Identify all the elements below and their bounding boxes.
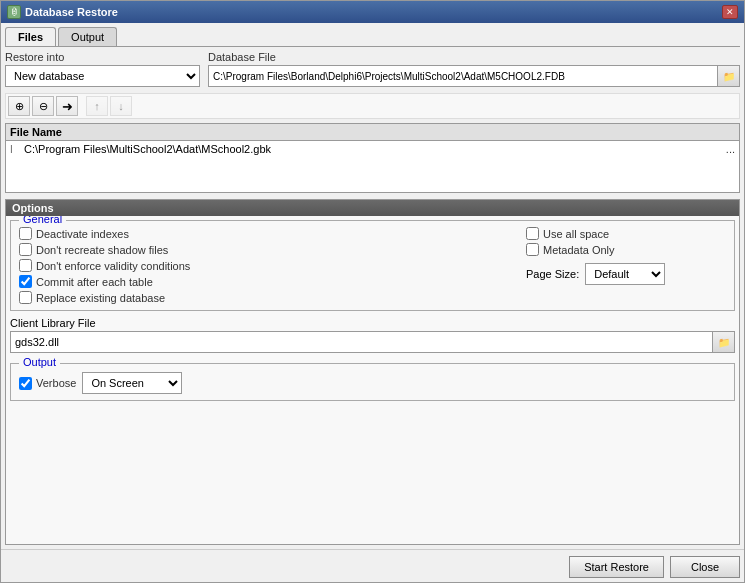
options-body: General Deactivate indexes Don't recreat… — [6, 216, 739, 544]
move-up-btn[interactable]: ↑ — [86, 96, 108, 116]
replace-existing-db-row: Replace existing database — [19, 291, 518, 304]
start-restore-button[interactable]: Start Restore — [569, 556, 664, 578]
dont-recreate-shadow-label: Don't recreate shadow files — [36, 244, 168, 256]
tab-bar: Files Output — [5, 27, 740, 47]
main-window: 🛢 Database Restore ✕ Files Output Restor… — [0, 0, 745, 583]
move-file-btn[interactable]: ➜ — [56, 96, 78, 116]
database-file-label: Database File — [208, 51, 740, 63]
options-header: Options — [6, 200, 739, 216]
options-section: Options General Deactivate indexes — [5, 199, 740, 545]
file-path: C:\Program Files\MultiSchool2\Adat\MScho… — [24, 143, 722, 155]
file-list: File Name I C:\Program Files\MultiSchool… — [5, 123, 740, 193]
metadata-only-label: Metadata Only — [543, 244, 615, 256]
client-library-input-row: 📁 — [10, 331, 735, 353]
general-content: Deactivate indexes Don't recreate shadow… — [19, 227, 726, 304]
row-dots: ... — [726, 143, 735, 155]
bottom-bar: Start Restore Close — [1, 549, 744, 582]
general-left-col: Deactivate indexes Don't recreate shadow… — [19, 227, 518, 304]
verbose-row: Verbose — [19, 377, 76, 390]
client-library-section: Client Library File 📁 — [10, 317, 735, 353]
tab-output[interactable]: Output — [58, 27, 117, 46]
remove-file-btn[interactable]: ⊖ — [32, 96, 54, 116]
window-icon: 🛢 — [7, 5, 21, 19]
general-group-title: General — [19, 216, 66, 225]
deactivate-indexes-label: Deactivate indexes — [36, 228, 129, 240]
file-toolbar: ⊕ ⊖ ➜ ↑ ↓ — [5, 93, 740, 119]
general-group: General Deactivate indexes Don't recreat… — [10, 220, 735, 311]
page-size-select[interactable]: Default 1024 2048 4096 8192 16384 — [585, 263, 665, 285]
window-title: Database Restore — [25, 6, 718, 18]
page-size-label: Page Size: — [526, 268, 579, 280]
deactivate-indexes-row: Deactivate indexes — [19, 227, 518, 240]
output-group: Output Verbose On Screen To File — [10, 363, 735, 401]
file-list-header: File Name — [6, 124, 739, 141]
verbose-checkbox[interactable] — [19, 377, 32, 390]
verbose-label: Verbose — [36, 377, 76, 389]
output-content: Verbose On Screen To File — [19, 372, 726, 394]
replace-existing-db-label: Replace existing database — [36, 292, 165, 304]
client-library-label: Client Library File — [10, 317, 735, 329]
close-window-button[interactable]: ✕ — [722, 5, 738, 19]
use-all-space-row: Use all space — [526, 227, 726, 240]
output-destination-select[interactable]: On Screen To File — [82, 372, 182, 394]
metadata-only-row: Metadata Only — [526, 243, 726, 256]
replace-existing-db-checkbox[interactable] — [19, 291, 32, 304]
restore-into-group: Restore into New database Existing datab… — [5, 51, 200, 87]
deactivate-indexes-checkbox[interactable] — [19, 227, 32, 240]
restore-into-select[interactable]: New database Existing database — [5, 65, 200, 87]
general-right-col: Use all space Metadata Only Page Size: D… — [526, 227, 726, 304]
database-file-browse-btn[interactable]: 📁 — [718, 65, 740, 87]
table-row[interactable]: I C:\Program Files\MultiSchool2\Adat\MSc… — [6, 141, 739, 157]
commit-after-table-label: Commit after each table — [36, 276, 153, 288]
metadata-only-checkbox[interactable] — [526, 243, 539, 256]
commit-after-table-checkbox[interactable] — [19, 275, 32, 288]
use-all-space-checkbox[interactable] — [526, 227, 539, 240]
database-file-input[interactable] — [208, 65, 718, 87]
output-group-title: Output — [19, 356, 60, 368]
row-indicator: I — [10, 144, 20, 155]
dont-recreate-shadow-checkbox[interactable] — [19, 243, 32, 256]
dont-enforce-validity-row: Don't enforce validity conditions — [19, 259, 518, 272]
use-all-space-label: Use all space — [543, 228, 609, 240]
client-library-input[interactable] — [10, 331, 713, 353]
dont-enforce-validity-checkbox[interactable] — [19, 259, 32, 272]
commit-after-table-row: Commit after each table — [19, 275, 518, 288]
add-file-btn[interactable]: ⊕ — [8, 96, 30, 116]
dont-enforce-validity-label: Don't enforce validity conditions — [36, 260, 190, 272]
page-size-row: Page Size: Default 1024 2048 4096 8192 1… — [526, 263, 726, 285]
close-button[interactable]: Close — [670, 556, 740, 578]
title-bar: 🛢 Database Restore ✕ — [1, 1, 744, 23]
restore-into-label: Restore into — [5, 51, 200, 63]
window-content: Files Output Restore into New database E… — [1, 23, 744, 549]
dont-recreate-shadow-row: Don't recreate shadow files — [19, 243, 518, 256]
tab-files[interactable]: Files — [5, 27, 56, 46]
database-file-group: Database File 📁 — [208, 51, 740, 87]
client-library-browse-btn[interactable]: 📁 — [713, 331, 735, 353]
database-file-input-row: 📁 — [208, 65, 740, 87]
top-form-row: Restore into New database Existing datab… — [5, 51, 740, 87]
move-down-btn[interactable]: ↓ — [110, 96, 132, 116]
